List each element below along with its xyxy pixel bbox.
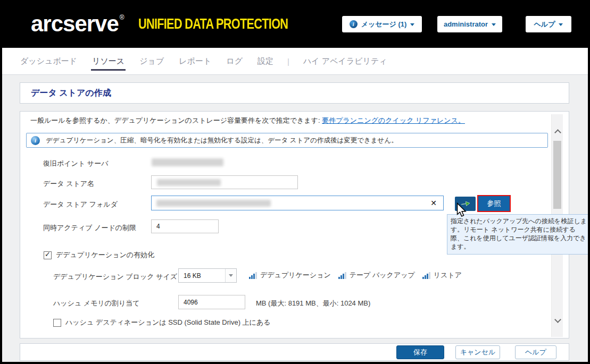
data-store-name-input[interactable] <box>151 175 298 189</box>
signal-bars-icon <box>422 272 430 279</box>
ssd-checkbox[interactable] <box>53 319 61 327</box>
page-title: データ ストアの作成 <box>31 88 111 99</box>
dropdown-arrow[interactable] <box>225 269 236 282</box>
header-bar: arcserve ® UNIFIED DATA PROTECTION i メッセ… <box>0 0 590 48</box>
data-store-name-value-redacted <box>157 179 221 186</box>
registered-mark: ® <box>120 14 124 21</box>
tab-settings[interactable]: 設定 <box>256 49 275 74</box>
quick-reference-link[interactable]: 要件プランニングのクイック リファレンス。 <box>322 116 465 124</box>
title-panel: データ ストアの作成 <box>20 82 569 104</box>
tab-resources[interactable]: リソース <box>91 49 126 74</box>
verify-connection-button[interactable] <box>455 197 476 211</box>
cancel-button[interactable]: キャンセル <box>455 345 500 359</box>
legend-item: テープ バックアップ <box>338 270 415 280</box>
footer-bar: 保存 キャンセル ヘルプ <box>20 343 569 361</box>
green-arrow-icon <box>460 200 471 208</box>
chevron-down-icon <box>229 274 233 277</box>
block-size-label: デデュプリケーション ブロック サイズ <box>53 272 177 282</box>
main-nav: ダッシュボード リソース ジョブ レポート ログ 設定 | ハイ アベイラビリテ… <box>2 48 588 75</box>
info-banner-text: デデュプリケーション、圧縮、暗号化を有効化または無効化する設定は、データ ストア… <box>46 136 398 145</box>
recovery-point-server-label: 復旧ポイント サーバ <box>43 159 108 168</box>
chevron-down-icon <box>559 23 563 26</box>
tab-high-availability[interactable]: ハイ アベイラビリティ <box>302 49 388 74</box>
chevron-down-icon <box>492 23 496 26</box>
logo-subtitle: UNIFIED DATA PROTECTION <box>138 16 288 32</box>
nav-divider: | <box>287 57 289 66</box>
data-store-folder-label: データ ストア フォルダ <box>43 200 118 209</box>
logo-text: arcserve <box>31 12 119 36</box>
intro-text: 一般ルールを参照するか、デデュプリケーションのストレージ容量要件を次で推定できま… <box>30 116 465 125</box>
concurrent-nodes-value[interactable] <box>152 220 218 233</box>
user-menu-button[interactable]: administrator <box>437 16 502 32</box>
ssd-checkbox-row: ハッシュ デスティネーションは SSD (Solid State Drive) … <box>53 318 271 327</box>
data-store-folder-value-redacted <box>156 200 271 207</box>
scrollbar-thumb[interactable] <box>553 141 561 209</box>
info-icon: i <box>350 20 358 28</box>
verify-tooltip: 指定されたバックアップ先への接続を検証します。リモート ネットワーク共有に接続す… <box>447 214 588 255</box>
legend-label: テープ バックアップ <box>350 270 415 280</box>
legend-item: リストア <box>422 270 462 280</box>
chevron-down-icon <box>410 23 414 26</box>
save-button[interactable]: 保存 <box>396 345 444 359</box>
data-store-folder-input[interactable]: ✕ <box>151 196 444 210</box>
app-window: arcserve ® UNIFIED DATA PROTECTION i メッセ… <box>0 0 590 364</box>
help-menu-label: ヘルプ <box>534 20 555 29</box>
messages-button-label: メッセージ (1) <box>361 20 407 29</box>
hash-memory-value[interactable] <box>179 295 245 309</box>
block-size-dropdown[interactable]: 16 KB <box>178 268 237 283</box>
tab-reports[interactable]: レポート <box>178 49 212 74</box>
recovery-point-server-value-redacted <box>152 158 223 166</box>
clear-folder-icon[interactable]: ✕ <box>430 199 437 207</box>
block-size-value: 16 KB <box>179 269 225 282</box>
tab-log[interactable]: ログ <box>225 49 244 74</box>
legend-label: リストア <box>434 270 462 280</box>
tab-dashboard[interactable]: ダッシュボード <box>19 49 78 74</box>
concurrent-nodes-label: 同時アクティブ ノードの制限 <box>43 223 136 233</box>
hash-memory-label: ハッシュ メモリの割り当て <box>53 299 140 308</box>
tab-jobs[interactable]: ジョブ <box>138 49 165 74</box>
intro-text-body: 一般ルールを参照するか、デデュプリケーションのストレージ容量要件を次で推定できま… <box>30 116 322 124</box>
user-menu-label: administrator <box>444 20 488 28</box>
info-banner: i デデュプリケーション、圧縮、暗号化を有効化または無効化する設定は、データ ス… <box>26 133 548 148</box>
concurrent-nodes-input[interactable] <box>151 219 219 233</box>
legend-item: デデュプリケーション <box>249 270 331 280</box>
ssd-checkbox-label: ハッシュ デスティネーションは SSD (Solid State Drive) … <box>65 318 271 327</box>
content-area: ダッシュボード リソース ジョブ レポート ログ 設定 | ハイ アベイラビリテ… <box>2 48 588 362</box>
help-menu-button[interactable]: ヘルプ <box>526 16 571 32</box>
chevron-up-icon[interactable] <box>554 129 561 136</box>
chevron-down-icon[interactable] <box>554 316 561 323</box>
browse-button[interactable]: 参照 <box>478 196 510 211</box>
signal-bars-icon <box>249 272 257 279</box>
footer-help-button[interactable]: ヘルプ <box>515 345 556 359</box>
dedupe-checkbox-label: デデュプリケーションの有効化 <box>56 250 154 260</box>
legend-label: デデュプリケーション <box>260 270 331 280</box>
hash-memory-hint: MB (最大: 8191 MB、最小: 1024 MB) <box>256 299 370 308</box>
block-size-legend: デデュプリケーション テープ バックアップ リストア <box>249 270 462 280</box>
messages-button[interactable]: i メッセージ (1) <box>342 16 422 32</box>
info-icon: i <box>31 136 40 145</box>
dedupe-checkbox[interactable] <box>44 251 52 259</box>
data-store-name-label: データ ストア名 <box>43 179 94 189</box>
signal-bars-icon <box>338 272 346 279</box>
dedupe-checkbox-row: デデュプリケーションの有効化 <box>44 250 154 260</box>
arcserve-logo: arcserve ® UNIFIED DATA PROTECTION <box>31 12 330 36</box>
hash-memory-input[interactable] <box>178 295 245 309</box>
